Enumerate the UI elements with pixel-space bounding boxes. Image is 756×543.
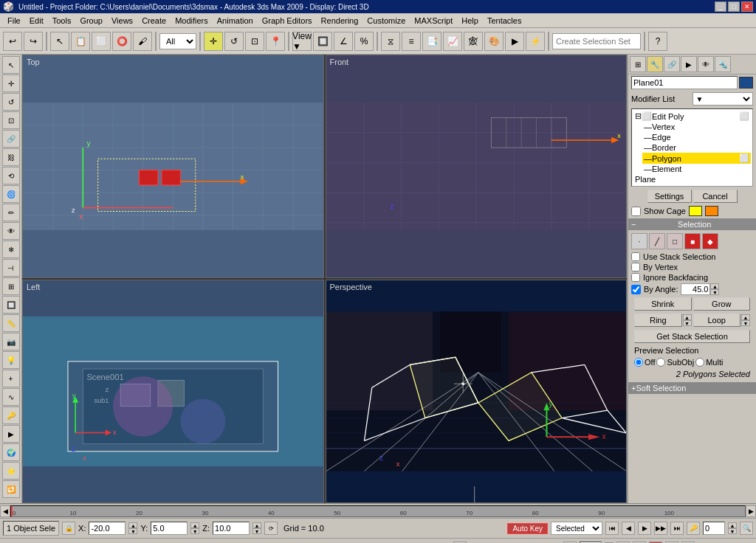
ring-button[interactable]: Ring	[634, 314, 682, 327]
grow-button[interactable]: Grow	[693, 297, 751, 311]
loop-spin-down[interactable]: ▼	[741, 320, 750, 326]
menu-tentacles[interactable]: Tentacles	[483, 15, 526, 27]
layer-manager-button[interactable]: 📑	[422, 32, 441, 51]
preview-off-label[interactable]: Off	[634, 358, 655, 367]
prev-frame-btn[interactable]: ◀	[622, 522, 635, 535]
menu-animation[interactable]: Animation	[213, 15, 258, 27]
viewport-left[interactable]: Left x	[22, 280, 324, 503]
menu-modifiers[interactable]: Modifiers	[171, 15, 213, 27]
create-tab-btn[interactable]: ⊞	[630, 56, 646, 72]
minimize-button[interactable]: _	[715, 1, 726, 12]
motion-tab-btn[interactable]: ▶	[681, 56, 697, 72]
y-spin-up[interactable]: ▲	[190, 522, 199, 528]
ring-spin-up[interactable]: ▲	[683, 314, 692, 320]
mod-item-border[interactable]: — Border	[642, 142, 751, 153]
play-btn[interactable]: ▶	[638, 522, 651, 535]
curve-editor-button[interactable]: 📈	[443, 32, 462, 51]
render-scene-button[interactable]: ▶	[505, 32, 524, 51]
frame-input[interactable]	[703, 522, 725, 535]
angle-snap-button[interactable]: ∠	[334, 32, 353, 51]
select-object-button[interactable]: ↖	[50, 32, 69, 51]
lt-unlink-btn[interactable]: ⛓	[2, 148, 20, 166]
lt-set-key-btn[interactable]: 🔑	[2, 407, 20, 424]
tl-scroll-right-btn[interactable]: ▶	[746, 505, 756, 517]
lt-hide-btn[interactable]: 👁	[2, 222, 20, 240]
x-spin[interactable]: ▲ ▼	[128, 522, 137, 534]
menu-create[interactable]: Create	[137, 15, 171, 27]
sel-vertex-btn[interactable]: ·	[631, 233, 647, 249]
undo-button[interactable]: ↩	[3, 32, 22, 51]
timeline-track[interactable]: 0 10 20 30 40 50 60 70 80 90 100	[10, 505, 746, 517]
frame-spin-up[interactable]: ▲	[728, 522, 737, 528]
quick-render-button[interactable]: ⚡	[526, 32, 545, 51]
search-help-button[interactable]: ?	[648, 32, 667, 51]
mod-item-polygon[interactable]: — Polygon ⬜	[642, 153, 751, 164]
by-vertex-checkbox[interactable]	[631, 263, 640, 272]
align-button[interactable]: ≡	[402, 32, 421, 51]
x-coord-input[interactable]	[89, 522, 126, 535]
y-spin[interactable]: ▲ ▼	[190, 522, 199, 534]
preview-subobj-radio[interactable]	[656, 358, 665, 367]
angle-spin-buttons[interactable]: ▲ ▼	[710, 283, 719, 295]
preview-multi-radio[interactable]	[695, 358, 704, 367]
place-button[interactable]: 📍	[266, 32, 285, 51]
preview-off-radio[interactable]	[634, 358, 643, 367]
mod-item-edge[interactable]: — Edge	[642, 132, 751, 142]
by-angle-spinner[interactable]: ▲ ▼	[681, 283, 719, 295]
object-name-input[interactable]	[631, 76, 738, 89]
rotate-button[interactable]: ↺	[224, 32, 244, 51]
next-frame-btn[interactable]: ▶▶	[654, 522, 667, 535]
by-angle-checkbox[interactable]	[631, 285, 641, 294]
lt-helper-btn[interactable]: +	[2, 370, 20, 387]
viewport-front[interactable]: Front	[326, 55, 628, 278]
lt-bind-btn[interactable]: ⟲	[2, 167, 20, 184]
next-key-btn[interactable]: ⏭	[670, 522, 684, 535]
angle-spin-up[interactable]: ▲	[710, 283, 719, 289]
soft-selection-header[interactable]: + Soft Selection	[628, 382, 756, 394]
mod-item-stack[interactable]: ⊟ ⬜ Edit Poly ⬜	[633, 111, 751, 122]
sel-edge-btn[interactable]: ╱	[649, 233, 665, 249]
object-lock-btn[interactable]: 🔒	[62, 522, 75, 535]
loop-button[interactable]: Loop	[693, 314, 741, 327]
material-editor-button[interactable]: 🎨	[484, 32, 504, 51]
select-by-name-button[interactable]: 📋	[71, 32, 90, 51]
paint-select-button[interactable]: 🖌	[133, 32, 152, 51]
lt-mirror-btn[interactable]: ⊣	[2, 259, 20, 277]
tl-scroll-left-btn[interactable]: ◀	[0, 505, 10, 517]
transform-type-icon[interactable]: ⟳	[264, 522, 278, 535]
lt-xref-btn[interactable]: 🔁	[2, 480, 20, 498]
frame-spin[interactable]: ▲ ▼	[728, 522, 737, 534]
modifier-list-dropdown[interactable]: ▼	[693, 92, 754, 106]
lt-move-btn[interactable]: ✛	[2, 75, 20, 92]
key-mode-btn[interactable]: 🔑	[687, 522, 700, 535]
use-stack-checkbox[interactable]	[631, 252, 640, 261]
view-dropdown-button[interactable]: View ▼	[292, 32, 312, 51]
lt-select-btn[interactable]: ↖	[2, 56, 20, 74]
sel-polygon-btn[interactable]: ■	[684, 233, 701, 249]
search-icon-btn[interactable]: 🔍	[740, 522, 753, 535]
shrink-button[interactable]: Shrink	[634, 297, 692, 311]
display-tab-btn[interactable]: 👁	[698, 56, 714, 72]
prev-key-btn[interactable]: ⏮	[605, 522, 619, 535]
z-coord-input[interactable]	[213, 522, 250, 535]
ring-spin[interactable]: ▲ ▼	[683, 314, 692, 326]
snaps-toggle-button[interactable]: 🔲	[313, 32, 332, 51]
lasso-select-button[interactable]: ⭕	[112, 32, 131, 51]
lt-array-btn[interactable]: ⊞	[2, 277, 20, 295]
z-spin-up[interactable]: ▲	[252, 522, 261, 528]
y-spin-down[interactable]: ▼	[190, 528, 199, 534]
show-cage-checkbox[interactable]	[631, 207, 641, 216]
viewport-perspective[interactable]: Perspective	[326, 280, 628, 503]
get-stack-selection-button[interactable]: Get Stack Selection	[634, 330, 750, 343]
preview-subobj-label[interactable]: SubObj	[656, 358, 694, 367]
sel-border-btn[interactable]: □	[667, 233, 683, 249]
lt-render-btn[interactable]: ▶	[2, 425, 20, 443]
selected-filter-dropdown[interactable]: Selected	[551, 522, 602, 535]
percent-snap-button[interactable]: %	[354, 32, 374, 51]
z-spin[interactable]: ▲ ▼	[252, 522, 261, 534]
frame-spin-down[interactable]: ▼	[728, 528, 737, 534]
menu-edit[interactable]: Edit	[25, 15, 48, 27]
scale-button[interactable]: ⊡	[245, 32, 264, 51]
lt-spacewarp2-btn[interactable]: ∿	[2, 388, 20, 406]
mod-item-plane[interactable]: Plane	[633, 174, 751, 184]
